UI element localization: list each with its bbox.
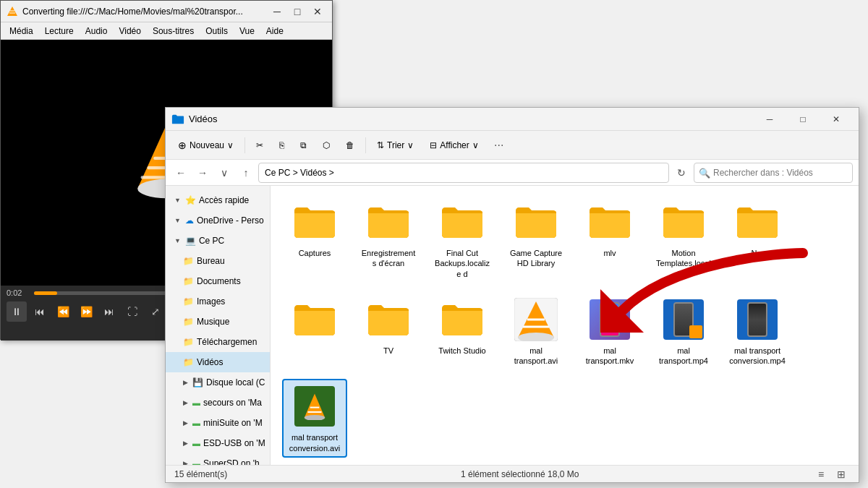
list-item[interactable]: Captures (282, 194, 347, 283)
nav-back-button[interactable]: ← (171, 163, 190, 182)
list-item[interactable]: TV (356, 292, 421, 371)
explorer-maximize-button[interactable]: □ (786, 108, 820, 131)
list-item[interactable]: mal transport.mp4 (651, 292, 716, 371)
statusbar-selected: 1 élément sélectionné 18,0 Mo (461, 469, 579, 479)
sidebar-item-videos[interactable]: 📁 Vidéos (166, 352, 270, 372)
sidebar-folder-docs-icon: 📁 (183, 276, 194, 286)
toolbar-share-button[interactable]: ⬡ (316, 134, 336, 156)
list-item[interactable]: mlv (577, 194, 642, 283)
sidebar-item-disque-local[interactable]: ▶ 💾 Disque local (C (166, 372, 270, 393)
sidebar-item-onedrive[interactable]: ▼ ☁ OneDrive - Perso (166, 210, 270, 231)
vlc-menubar: Média Lecture Audio Vidéo Sous-titres Ou… (1, 22, 332, 40)
vlc-menu-audio[interactable]: Audio (80, 25, 114, 38)
delete-icon: 🗑 (346, 140, 354, 150)
vlc-menu-media[interactable]: Média (4, 25, 39, 38)
list-item[interactable]: Enregistrements d'écran (356, 194, 421, 283)
toolbar-paste-button[interactable]: ⧉ (294, 134, 313, 156)
explorer-minimize-button[interactable]: ─ (753, 108, 786, 131)
toolbar-view-button[interactable]: ⊟ Afficher ∨ (423, 134, 485, 156)
folder-thumb-enreg (365, 199, 412, 245)
sidebar-label-secours: secours on 'Ma (203, 398, 265, 408)
toolbar-new-button[interactable]: ⊕ Nouveau ∨ (171, 134, 240, 156)
view-dropdown-icon: ∨ (472, 140, 479, 150)
list-item[interactable] (282, 292, 347, 371)
files-grid: Captures Enregistrements d'écran Final C… (282, 194, 847, 458)
address-bar[interactable]: Ce PC > Vidéos > (258, 163, 669, 183)
toolbar-more-button[interactable]: ··· (488, 134, 510, 156)
nav-down-button[interactable]: ∨ (215, 163, 234, 182)
sidebar-pc-icon: 💻 (185, 236, 196, 246)
sidebar-item-esdusb[interactable]: ▶ ▬ ESD-USB on 'M (166, 433, 270, 453)
svg-rect-1 (11, 13, 14, 16)
sidebar-folder-images-icon: 📁 (183, 296, 194, 307)
list-item[interactable]: Final Cut Backups.localize d (430, 194, 495, 283)
vlc-minimize-button[interactable]: ─ (268, 4, 286, 19)
file-thumb-maltransport-conv-mp4 (734, 296, 780, 343)
file-label-gamecapture: Game Capture HD Library (508, 248, 564, 269)
sidebar-label-videos: Vidéos (197, 357, 265, 367)
list-item[interactable]: mal transport conversion.avi (282, 379, 347, 458)
toolbar-new-label: Nouveau (190, 140, 224, 150)
statusbar-grid-view-button[interactable]: ⊞ (833, 467, 850, 481)
explorer-titlebar: Vidéos ─ □ ✕ (166, 108, 859, 131)
list-item[interactable]: mal transport.mkv (577, 292, 642, 371)
vlc-next-button[interactable]: ⏭ (99, 301, 119, 322)
sidebar-folder-music-icon: 📁 (183, 317, 194, 327)
statusbar-count: 15 élément(s) (174, 469, 227, 479)
sidebar-label-disque: Disque local (C (206, 377, 265, 388)
toolbar-view-label: Afficher (440, 140, 469, 150)
vlc-prev-button[interactable]: ⏮ (30, 301, 50, 322)
list-item[interactable]: mal transport conversion.mp4 (725, 292, 790, 371)
toolbar-sort-button[interactable]: ⇅ Trier ∨ (370, 134, 420, 156)
list-item[interactable]: mal transport.avi (503, 292, 569, 371)
sidebar-item-bureau[interactable]: 📁 Bureau (166, 251, 270, 271)
vlc-menu-lecture[interactable]: Lecture (39, 25, 80, 38)
vlc-menu-subtitles[interactable]: Sous-titres (147, 25, 200, 38)
sidebar-item-supersd[interactable]: ▶ ▬ SuperSD on 'h (166, 453, 270, 465)
sidebar-label-minisuite: miniSuite on 'M (203, 418, 265, 428)
sidebar-item-musique[interactable]: 📁 Musique (166, 312, 270, 332)
toolbar-delete-button[interactable]: 🗑 (339, 134, 361, 156)
statusbar-list-view-button[interactable]: ≡ (812, 467, 830, 481)
vlc-maximize-button[interactable]: □ (289, 4, 306, 19)
vlc-pause-button[interactable]: ⏸ (7, 301, 27, 322)
list-item[interactable]: Motion Templates.locali ed (651, 194, 716, 283)
toolbar-copy-button[interactable]: ⎘ (273, 134, 291, 156)
address-refresh-button[interactable]: ↻ (672, 163, 691, 182)
list-item[interactable]: Twitch Studio (430, 292, 495, 371)
sidebar-item-minisuite[interactable]: ▶ ▬ miniSuite on 'M (166, 413, 270, 433)
sidebar-item-documents[interactable]: 📁 Documents (166, 271, 270, 291)
folder-thumb-captures (292, 199, 338, 245)
nav-forward-button[interactable]: → (193, 163, 212, 182)
vlc-menu-vue[interactable]: Vue (234, 25, 260, 38)
sidebar-chevron-super: ▶ (183, 460, 188, 465)
vlc-rewind-button[interactable]: ⏪ (53, 301, 73, 322)
nav-up-button[interactable]: ↑ (237, 163, 255, 182)
sidebar-item-secours[interactable]: ▶ ▬ secours on 'Ma (166, 393, 270, 413)
toolbar-cut-button[interactable]: ✂ (250, 134, 270, 156)
vlc-menu-video[interactable]: Vidéo (113, 25, 146, 38)
vlc-title-text: Converting file:///C:/Mac/Home/Movies/ma… (22, 7, 243, 17)
vlc-aspect-button[interactable]: ⛶ (122, 301, 142, 322)
sidebar-label-images: Images (197, 296, 265, 307)
sidebar-item-images[interactable]: 📁 Images (166, 291, 270, 312)
sidebar-item-acces-rapide[interactable]: ▼ ⭐ Accès rapide (166, 190, 270, 210)
vlc-menu-outils[interactable]: Outils (200, 25, 234, 38)
list-item[interactable]: N... (725, 194, 790, 283)
sidebar-chevron-acces: ▼ (174, 197, 181, 204)
sidebar-item-telechargements[interactable]: 📁 Téléchargemen (166, 332, 270, 352)
vlc-close-button[interactable]: ✕ (309, 4, 326, 19)
folder-thumb-empty (292, 296, 338, 343)
list-item[interactable]: Game Capture HD Library (503, 194, 569, 283)
sidebar-item-cepc[interactable]: ▼ 💻 Ce PC (166, 231, 270, 251)
sidebar-chevron-secours: ▶ (183, 399, 188, 406)
vlc-menu-aide[interactable]: Aide (260, 25, 289, 38)
vlc-fullscreen-button[interactable]: ⤢ (145, 301, 166, 322)
search-input[interactable] (694, 163, 853, 183)
vlc-forward-button[interactable]: ⏩ (76, 301, 96, 322)
sidebar-chevron-esd: ▶ (183, 440, 188, 447)
explorer-toolbar: ⊕ Nouveau ∨ ✂ ⎘ ⧉ ⬡ 🗑 ⇅ Trier ∨ ⊟ Affich… (166, 131, 859, 160)
explorer-folder-title-icon (171, 113, 184, 126)
explorer-close-button[interactable]: ✕ (820, 108, 853, 131)
sidebar-chevron-mini: ▶ (183, 419, 188, 427)
